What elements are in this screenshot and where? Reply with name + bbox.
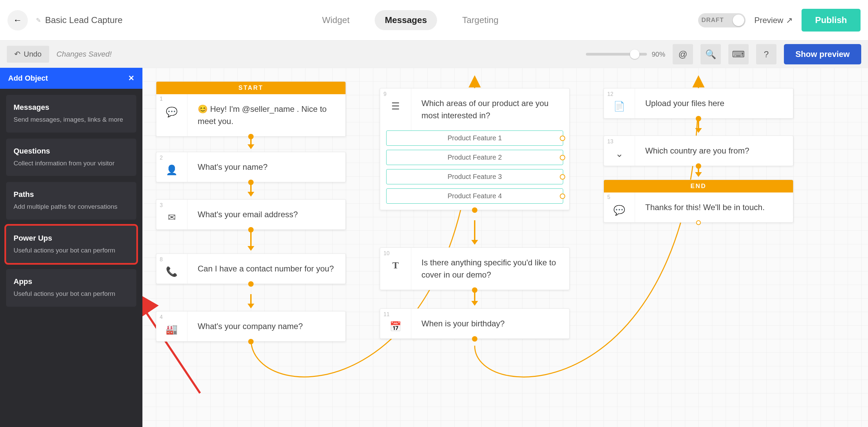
sub-bar: ↶ Undo Changes Saved! 90% @ 🔍 ⌨ ? Show p… xyxy=(0,41,868,68)
node-birthday[interactable]: 11 📅 When is your birthday? xyxy=(380,308,570,339)
node-text: What's your email address? xyxy=(188,200,346,229)
sidebar-item-desc: Send messages, images, links & more xyxy=(14,115,129,124)
node-number: 1 xyxy=(160,96,163,102)
search-icon: 🔍 xyxy=(705,49,716,60)
file-icon: 📄 xyxy=(613,101,625,112)
node-number: 3 xyxy=(160,202,163,208)
sidebar-item-desc: Collect information from your visitor xyxy=(14,159,129,168)
zoom-control: 90% xyxy=(586,50,665,58)
arrow-down xyxy=(698,119,699,132)
sidebar-item-title: Questions xyxy=(14,147,129,156)
draft-toggle[interactable]: DRAFT xyxy=(698,13,746,27)
node-name[interactable]: 2 👤 What's your name? xyxy=(156,152,346,182)
node-number: 5 xyxy=(607,194,610,200)
pencil-icon[interactable]: ✎ xyxy=(36,17,41,24)
zoom-slider[interactable] xyxy=(586,53,647,56)
arrow-down xyxy=(698,166,699,176)
node-demo-notes[interactable]: 10 T Is there anything specific you'd li… xyxy=(380,247,570,290)
arrow-down xyxy=(250,135,252,148)
node-number: 2 xyxy=(160,155,163,161)
undo-icon: ↶ xyxy=(14,50,20,59)
node-email[interactable]: 3 ✉ What's your email address? xyxy=(156,199,346,230)
question-icon: ? xyxy=(764,49,769,60)
node-text: Which country are you from? xyxy=(635,136,793,166)
at-icon: @ xyxy=(678,49,687,60)
main: Add Object ✕ Messages Send messages, ima… xyxy=(0,68,868,427)
sidebar-item-questions[interactable]: Questions Collect information from your … xyxy=(6,139,136,176)
zoom-thumb[interactable] xyxy=(630,49,639,59)
mention-button[interactable]: @ xyxy=(673,44,693,64)
connector-dot[interactable] xyxy=(248,281,254,287)
zoom-value: 90% xyxy=(652,50,665,58)
node-number: 11 xyxy=(383,311,390,318)
tab-messages[interactable]: Messages xyxy=(375,10,437,30)
sidebar-list: Messages Send messages, images, links & … xyxy=(0,89,142,313)
tab-targeting[interactable]: Targeting xyxy=(452,10,509,30)
user-icon: 👤 xyxy=(166,164,178,176)
node-text: Which areas of our product are you most … xyxy=(411,88,569,130)
arrow-down xyxy=(474,288,475,305)
node-phone[interactable]: 8 📞 Can I have a contact number for you? xyxy=(156,253,346,284)
connector-dot[interactable] xyxy=(696,220,701,225)
publish-button[interactable]: Publish xyxy=(802,9,861,32)
arrow-down xyxy=(250,230,252,250)
connector-dot[interactable] xyxy=(248,339,254,344)
node-text: When is your birthday? xyxy=(411,309,569,339)
node-company[interactable]: 4 🏭 What's your company name? xyxy=(156,311,346,342)
phone-icon: 📞 xyxy=(166,266,178,277)
node-upload[interactable]: 12 📄 Upload your files here xyxy=(604,88,793,119)
keyboard-button[interactable]: ⌨ xyxy=(728,44,749,64)
option-item[interactable]: Product Feature 3 xyxy=(386,169,563,184)
top-bar: ← ✎ Basic Lead Capture Widget Messages T… xyxy=(0,0,868,41)
node-text: Is there anything specific you'd like to… xyxy=(411,248,569,290)
sidebar-item-messages[interactable]: Messages Send messages, images, links & … xyxy=(6,95,136,133)
preview-link[interactable]: Preview ↗ xyxy=(754,16,793,25)
node-number: 12 xyxy=(607,91,613,97)
back-button[interactable]: ← xyxy=(7,10,28,30)
page-title[interactable]: Basic Lead Capture xyxy=(45,15,122,25)
node-text: Thanks for this! We'll be in touch. xyxy=(635,192,793,222)
help-button[interactable]: ? xyxy=(756,44,776,64)
option-item[interactable]: Product Feature 4 xyxy=(386,188,563,204)
undo-button[interactable]: ↶ Undo xyxy=(7,46,49,63)
sidebar-item-title: Power Ups xyxy=(14,234,129,243)
option-list: Product Feature 1 Product Feature 2 Prod… xyxy=(386,130,563,204)
sidebar-item-title: Paths xyxy=(14,190,129,199)
node-country[interactable]: 13 ⌄ Which country are you from? xyxy=(604,136,793,166)
draft-label: DRAFT xyxy=(702,17,724,24)
flow-canvas[interactable]: START 1 💬 😊 Hey! I'm @seller_name . Nice… xyxy=(142,68,868,427)
tab-widget[interactable]: Widget xyxy=(312,10,360,30)
close-icon[interactable]: ✕ xyxy=(128,74,134,83)
node-text: Can I have a contact number for you? xyxy=(188,254,346,284)
node-start[interactable]: START 1 💬 😊 Hey! I'm @seller_name . Nice… xyxy=(156,81,346,137)
sidebar-header: Add Object ✕ xyxy=(0,68,142,89)
connector-dot[interactable] xyxy=(472,207,477,213)
connector-dot[interactable] xyxy=(472,336,477,342)
nav-tabs: Widget Messages Targeting xyxy=(131,10,690,30)
sidebar-item-apps[interactable]: Apps Useful actions your bot can perform xyxy=(6,269,136,307)
search-button[interactable]: 🔍 xyxy=(701,44,721,64)
chat-icon: 💬 xyxy=(166,106,178,118)
show-preview-button[interactable]: Show preview xyxy=(784,44,861,64)
text-icon: T xyxy=(392,260,399,271)
node-text: What's your name? xyxy=(188,152,346,182)
node-text: 😊 Hey! I'm @seller_name . Nice to meet y… xyxy=(188,94,346,136)
option-item[interactable]: Product Feature 2 xyxy=(386,150,563,165)
option-item[interactable]: Product Feature 1 xyxy=(386,130,563,146)
arrow-down xyxy=(474,220,475,244)
mail-icon: ✉ xyxy=(168,212,176,223)
node-interests[interactable]: 9 ☰ Which areas of our product are you m… xyxy=(380,88,570,210)
sidebar-item-paths[interactable]: Paths Add multiple paths for conversatio… xyxy=(6,182,136,220)
node-end[interactable]: END 5 💬 Thanks for this! We'll be in tou… xyxy=(604,180,793,223)
arrow-down xyxy=(250,294,252,308)
external-link-icon: ↗ xyxy=(786,16,793,25)
preview-link-label: Preview xyxy=(754,16,783,25)
node-number: 9 xyxy=(383,91,387,97)
sidebar-item-power-ups[interactable]: Power Ups Useful actions your bot can pe… xyxy=(6,226,136,263)
undo-label: Undo xyxy=(24,50,42,59)
sidebar: Add Object ✕ Messages Send messages, ima… xyxy=(0,68,142,427)
title-wrap: ✎ Basic Lead Capture xyxy=(36,15,122,25)
end-bar: END xyxy=(604,180,793,192)
node-text: What's your company name? xyxy=(188,311,346,341)
arrow-down xyxy=(250,182,252,196)
